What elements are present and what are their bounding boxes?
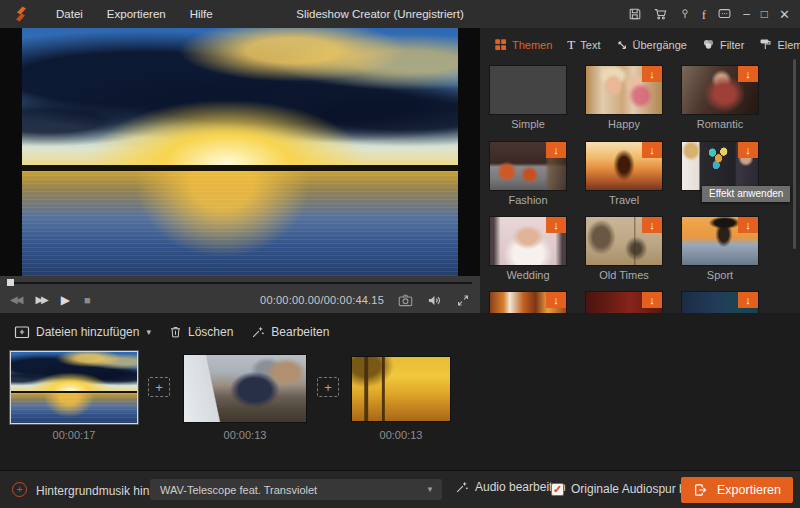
transitions-icon (616, 39, 628, 51)
theme-sport[interactable]: ↓ Sport (681, 216, 759, 281)
download-icon: ↓ (745, 144, 751, 156)
edit-audio-button[interactable]: Audio bearbeiten (455, 480, 566, 494)
insert-transition-button-1[interactable]: + (148, 377, 170, 397)
download-icon: ↓ (649, 219, 655, 231)
theme-thumbnail: ↓ (681, 291, 759, 313)
selected-track: WAV-Telescope feat. Transviolet (160, 484, 426, 496)
theme-row4-2[interactable]: ↓ (585, 291, 663, 313)
download-badge[interactable]: ↓ (546, 292, 566, 308)
clip-duration: 00:00:13 (351, 429, 451, 441)
plus-icon: + (324, 380, 332, 395)
stop-button[interactable]: ■ (84, 295, 91, 306)
download-icon: ↓ (649, 144, 655, 156)
app-window: Datei Exportieren Hilfe Slideshow Creato… (0, 0, 800, 508)
theme-business[interactable]: ↓ (681, 141, 759, 191)
themes-panel: Themen T Text Übergänge Filter (480, 28, 800, 313)
magic-wand-icon (455, 480, 469, 494)
download-badge[interactable]: ↓ (738, 142, 758, 158)
preview-frame-sunset (22, 28, 458, 276)
download-badge[interactable]: ↓ (642, 66, 662, 82)
download-badge[interactable]: ↓ (642, 217, 662, 233)
filter-icon (702, 38, 715, 51)
tab-filter[interactable]: Filter (702, 38, 744, 51)
save-icon[interactable] (628, 7, 642, 21)
tab-elemente[interactable]: Elemente (759, 38, 800, 51)
tab-themen[interactable]: Themen (494, 38, 552, 51)
delete-button[interactable]: Löschen (169, 325, 233, 339)
download-badge[interactable]: ↓ (738, 66, 758, 82)
theme-fashion[interactable]: ↓ Fashion (489, 141, 567, 206)
magic-wand-icon (251, 325, 265, 339)
menu-datei[interactable]: Datei (56, 8, 83, 20)
menu-exportieren[interactable]: Exportieren (107, 8, 166, 20)
theme-thumbnail: ↓ (489, 141, 567, 191)
theme-thumbnail: ↓ (681, 65, 759, 115)
export-button[interactable]: Exportieren (681, 477, 793, 503)
download-badge[interactable]: ↓ (642, 142, 662, 158)
insert-transition-button-2[interactable]: + (317, 377, 339, 397)
maximize-button[interactable]: □ (761, 8, 768, 20)
fullscreen-icon[interactable] (456, 294, 470, 307)
tab-uebergaenge[interactable]: Übergänge (616, 39, 687, 51)
download-icon: ↓ (745, 68, 751, 80)
panel-scrollbar[interactable] (793, 59, 796, 249)
timeline-clip-1[interactable] (10, 351, 138, 424)
seek-bar[interactable] (8, 282, 472, 284)
download-badge[interactable]: ↓ (738, 292, 758, 308)
plus-icon: + (16, 483, 22, 495)
keep-audio-checkbox[interactable]: ✓ (551, 483, 564, 496)
tab-text[interactable]: T Text (567, 37, 600, 53)
add-file-icon (14, 325, 30, 339)
theme-happy[interactable]: ↓ Happy (585, 65, 663, 130)
fast-forward-button[interactable]: ▶▶ (35, 295, 46, 305)
download-badge[interactable]: ↓ (546, 217, 566, 233)
theme-wedding[interactable]: ↓ Wedding (489, 216, 567, 281)
timeline-clip-3[interactable] (351, 356, 451, 422)
theme-romantic[interactable]: ↓ Romantic (681, 65, 759, 130)
edit-button[interactable]: Bearbeiten (251, 325, 329, 339)
theme-thumbnail: ↓ (585, 216, 663, 266)
menu-hilfe[interactable]: Hilfe (190, 8, 213, 20)
music-track-dropdown[interactable]: WAV-Telescope feat. Transviolet ▼ (150, 479, 442, 500)
rewind-button[interactable]: ◀◀ (10, 295, 21, 305)
download-badge[interactable]: ↓ (546, 142, 566, 158)
timeline-clip-2[interactable] (183, 354, 307, 423)
theme-row4-1[interactable]: ↓ (489, 291, 567, 313)
download-badge[interactable]: ↓ (738, 217, 758, 233)
download-badge[interactable]: ↓ (642, 292, 662, 308)
playback-controls: ◀◀ ▶▶ ▶ ■ 00:00:00.00/00:00:44.15 (0, 276, 480, 313)
download-icon: ↓ (649, 294, 655, 306)
music-bar: + Hintergrundmusik hinzufügen: WAV-Teles… (0, 470, 800, 508)
minimize-button[interactable]: – (743, 8, 750, 20)
theme-label: Happy (585, 118, 663, 130)
volume-icon[interactable] (427, 294, 442, 307)
bulb-icon[interactable] (679, 7, 691, 21)
theme-oldtimes[interactable]: ↓ Old Times (585, 216, 663, 281)
close-button[interactable]: ✕ (779, 8, 790, 21)
app-logo-icon (12, 5, 30, 23)
feedback-icon[interactable] (717, 7, 732, 21)
play-button[interactable]: ▶ (61, 294, 70, 306)
theme-travel[interactable]: ↓ Travel (585, 141, 663, 206)
effect-tooltip: Effekt anwenden (702, 186, 790, 202)
themes-grid-icon (494, 38, 507, 51)
cart-icon[interactable] (653, 7, 668, 21)
add-music-button[interactable]: + (12, 482, 27, 497)
download-icon: ↓ (553, 144, 559, 156)
download-icon: ↓ (745, 294, 751, 306)
download-icon: ↓ (745, 219, 751, 231)
theme-thumbnail: ↓ (681, 216, 759, 266)
seek-handle[interactable] (7, 279, 14, 286)
theme-thumbnail: ↓ (681, 141, 759, 191)
clip-duration: 00:00:17 (10, 429, 138, 441)
add-files-button[interactable]: Dateien hinzufügen ▾ (14, 325, 151, 339)
theme-thumbnail: ↓ (585, 141, 663, 191)
export-icon (693, 483, 708, 497)
facebook-icon[interactable]: f (702, 8, 706, 21)
plus-icon: + (155, 380, 163, 395)
theme-row4-3[interactable]: ↓ (681, 291, 759, 313)
snapshot-icon[interactable] (398, 294, 413, 307)
text-icon: T (567, 37, 575, 53)
theme-simple[interactable]: Simple (489, 65, 567, 130)
chevron-down-icon: ▼ (426, 485, 434, 494)
